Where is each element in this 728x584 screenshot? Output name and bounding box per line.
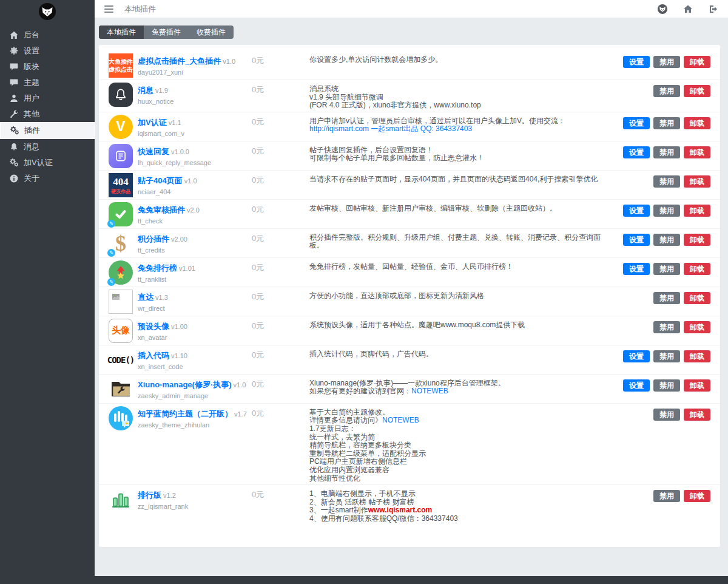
- plugin-name-link[interactable]: 快速回复v1.0.0: [138, 147, 189, 156]
- plugin-name-link[interactable]: 兔兔排行榜v1.01: [138, 263, 195, 273]
- plugin-name-link[interactable]: 兔兔审核插件v2.0: [138, 205, 200, 214]
- disable-button[interactable]: 禁用: [653, 146, 680, 158]
- uninstall-button[interactable]: 卸载: [684, 263, 710, 275]
- xiuno-site-icon[interactable]: [658, 4, 667, 14]
- settings-button[interactable]: 设置: [623, 146, 650, 158]
- disable-button[interactable]: 禁用: [653, 490, 680, 502]
- settings-button[interactable]: 设置: [623, 205, 650, 217]
- uninstall-button[interactable]: 卸载: [684, 379, 710, 392]
- settings-button[interactable]: 设置: [623, 350, 650, 362]
- plugin-description: 1、电脑端右侧显示，手机不显示2、新会员 活跃榜 帖子榜 财富榜3、一起smar…: [309, 487, 653, 523]
- plugin-actions: 设置禁用卸载: [623, 348, 710, 362]
- sidebar-item-label: 插件: [24, 126, 40, 135]
- plugin-actions: 设置禁用卸载: [623, 377, 710, 392]
- description-text: 帖子快速回复插件，后台设置回复语！: [309, 146, 433, 154]
- plugin-actions: 设置禁用卸载: [623, 260, 710, 275]
- plugin-actions: 禁用卸载: [653, 406, 710, 421]
- plugin-actions: 禁用卸载: [653, 319, 710, 333]
- plugin-actions: 设置禁用卸载: [623, 144, 710, 158]
- tab-0[interactable]: 本地插件: [99, 25, 144, 39]
- sidebar-item-3[interactable]: 主题: [0, 75, 95, 90]
- plugin-name-link[interactable]: 排行版v1.2: [138, 491, 176, 500]
- disable-button[interactable]: 禁用: [653, 321, 680, 333]
- uninstall-button[interactable]: 卸载: [684, 292, 710, 304]
- sidebar-item-4[interactable]: 用户: [0, 90, 95, 106]
- uninstall-button[interactable]: 卸载: [684, 205, 710, 217]
- plugin-version: v2.00: [171, 236, 187, 243]
- plugin-name-link[interactable]: 虚拟点击插件_大鱼插件v1.0: [138, 56, 235, 66]
- disable-button[interactable]: 禁用: [653, 409, 680, 421]
- uninstall-button[interactable]: 卸载: [684, 234, 710, 246]
- disable-button[interactable]: 禁用: [653, 350, 680, 362]
- plugin-name-link[interactable]: 预设头像v1.00: [138, 322, 187, 331]
- description-link[interactable]: NOTEWEB: [411, 387, 448, 395]
- sidebar-item-7[interactable]: 消息: [0, 139, 95, 155]
- disable-button[interactable]: 禁用: [653, 175, 680, 188]
- settings-button[interactable]: 设置: [623, 379, 650, 392]
- plugin-description: 当请求不存在的贴子页面时，显示404页面，并且页面的状态码返回404,利于搜索引…: [309, 173, 653, 184]
- uninstall-button[interactable]: 卸载: [684, 321, 710, 333]
- disable-button[interactable]: 禁用: [653, 56, 680, 68]
- sidebar-item-2[interactable]: 版块: [0, 59, 95, 75]
- disable-button[interactable]: 禁用: [653, 234, 680, 246]
- plugin-tabs: 本地插件免费插件收费插件: [99, 25, 234, 39]
- plugin-row-iqismart_com_v: V加V认证v1.1iqismart_com_v0元用户申请加v认证，管理员后台审…: [99, 112, 720, 141]
- sidebar-item-1[interactable]: 设置: [0, 43, 95, 59]
- plugin-name-link[interactable]: 直达v1.3: [138, 293, 168, 302]
- plugin-name-link[interactable]: Xiuno-manage(修罗·执事)v1.0: [138, 380, 246, 389]
- description-text: 基于大白简约主题修改。: [309, 408, 389, 416]
- sidebar-item-5[interactable]: 其他: [0, 106, 95, 122]
- plugin-name-link[interactable]: 贴子404页面v1.0: [138, 176, 197, 185]
- tab-2[interactable]: 收费插件: [189, 25, 234, 39]
- plugin-name-link[interactable]: 加V认证v1.1: [138, 118, 181, 127]
- plugin-id: tt_ranklist: [138, 276, 252, 283]
- sidebar-item-8[interactable]: 加V认证: [0, 155, 95, 171]
- plugin-description: 消息系统v1.9 头部导航细节微调(FOR 4.0 正式版)，xiuno非官方提…: [309, 83, 653, 110]
- disable-button[interactable]: 禁用: [653, 205, 680, 217]
- sidebar-item-6[interactable]: 插件: [0, 122, 95, 139]
- plugin-row-tt_credits: $✎积分插件v2.00tt_credits0元积分插件完整版。积分规则、升级用户…: [99, 229, 720, 258]
- plugin-row-zaesky_admin_manage: Xiuno-manage(修罗·执事)v1.0zaesky_admin_mana…: [99, 375, 720, 404]
- plugin-price: 0元: [252, 231, 309, 244]
- plugin-name-link[interactable]: 消息v1.9: [138, 86, 168, 95]
- sidebar-item-0[interactable]: 后台: [0, 27, 95, 43]
- uninstall-button[interactable]: 卸载: [684, 350, 710, 362]
- disable-button[interactable]: 禁用: [653, 117, 680, 129]
- app-logo[interactable]: [0, 0, 95, 24]
- settings-button[interactable]: 设置: [623, 234, 650, 246]
- uninstall-button[interactable]: 卸载: [684, 117, 710, 129]
- plugin-name-link[interactable]: 积分插件v2.00: [138, 234, 187, 243]
- description-link[interactable]: http://iqismart.com 一起smart出品 QQ: 364337…: [309, 124, 472, 133]
- uninstall-button[interactable]: 卸载: [684, 146, 710, 158]
- uninstall-button[interactable]: 卸载: [684, 85, 710, 97]
- plugin-name-link[interactable]: 知乎蓝简约主题（二开版）v1.7: [138, 409, 247, 418]
- plugin-version: v1.0: [184, 177, 197, 185]
- uninstall-button[interactable]: 卸载: [684, 409, 710, 421]
- comment-icon: [9, 78, 18, 87]
- plugin-version: v1.0: [223, 58, 235, 65]
- description-link[interactable]: NOTEWEB: [382, 416, 419, 424]
- plugin-actions: 禁用卸载: [653, 83, 710, 97]
- tab-1[interactable]: 免费插件: [144, 25, 189, 39]
- uninstall-button[interactable]: 卸载: [684, 175, 710, 188]
- cogs-icon: [10, 126, 19, 135]
- page-title: 本地插件: [124, 4, 156, 15]
- logout-icon[interactable]: [709, 4, 718, 14]
- sidebar-item-label: 加V认证: [24, 158, 53, 168]
- settings-button[interactable]: 设置: [623, 263, 650, 275]
- settings-button[interactable]: 设置: [623, 56, 650, 68]
- plugin-row-xn_avatar: 头像预设头像v1.00xn_avatar0元系统预设头像，适用于各种站点。魔趣吧…: [99, 316, 720, 345]
- disable-button[interactable]: 禁用: [653, 379, 680, 392]
- settings-button[interactable]: 设置: [623, 117, 650, 129]
- disable-button[interactable]: 禁用: [653, 263, 680, 275]
- uninstall-button[interactable]: 卸载: [684, 56, 710, 68]
- disable-button[interactable]: 禁用: [653, 85, 680, 97]
- plugin-name-link[interactable]: 插入代码v1.10: [138, 351, 187, 360]
- pencil-badge-icon: ✎: [107, 220, 115, 228]
- hamburger-menu-icon[interactable]: [104, 5, 113, 13]
- uninstall-button[interactable]: 卸载: [684, 490, 710, 502]
- disable-button[interactable]: 禁用: [653, 292, 680, 304]
- plugin-id: xn_avatar: [138, 334, 252, 341]
- sidebar-item-9[interactable]: 关于: [0, 171, 95, 186]
- home-icon[interactable]: [683, 4, 693, 14]
